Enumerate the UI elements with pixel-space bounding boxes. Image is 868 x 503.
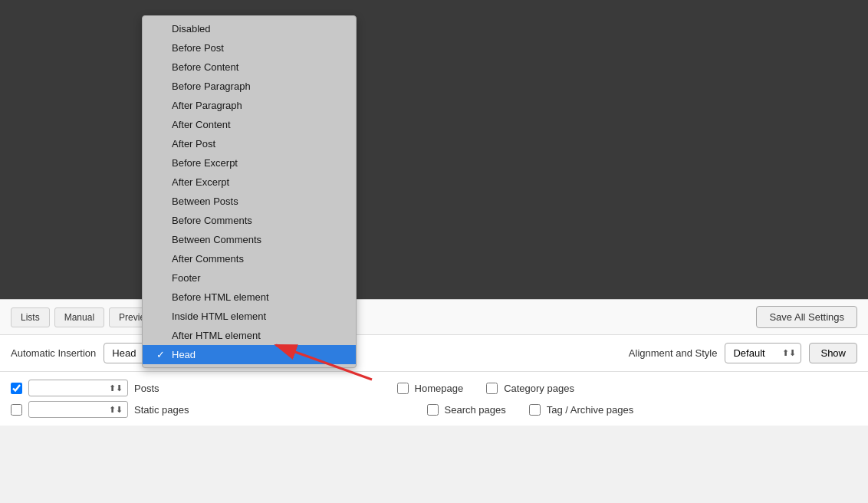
auto-insertion-label: Automatic Insertion [11,347,96,359]
alignment-label: Alignment and Style [629,347,718,359]
tag-archive-label: Tag / Archive pages [547,404,633,416]
tag-archive-item: Tag / Archive pages [529,404,633,416]
dropdown-item-after-paragraph[interactable]: After Paragraph [143,96,356,115]
homepage-item: Homepage [397,383,464,394]
static-pages-checkbox-item: ⬆⬇ Static pages [11,401,189,418]
dropdown-item-before-excerpt[interactable]: Before Excerpt [143,153,356,173]
dropdown-item-before-html[interactable]: Before HTML element [143,288,356,307]
dropdown-item-before-content[interactable]: Before Content [143,58,356,77]
static-pages-checkbox[interactable] [11,404,22,416]
tag-archive-checkbox[interactable] [529,404,541,416]
dark-preview-area: Disabled Before Post Before Content Befo… [0,0,868,299]
search-pages-label: Search pages [445,404,506,416]
category-pages-label: Category pages [504,383,574,394]
alignment-select-wrapper: Default Left Center Right ⬆⬇ [725,343,801,363]
homepage-label: Homepage [415,383,464,394]
lists-button[interactable]: Lists [11,307,50,327]
dropdown-item-disabled[interactable]: Disabled [143,19,356,38]
dropdown-item-after-content[interactable]: After Content [143,115,356,134]
search-pages-item: Search pages [427,404,506,416]
dropdown-item-after-comments[interactable]: After Comments [143,249,356,268]
static-pages-row: ⬆⬇ Static pages Search pages Tag / Archi… [11,401,857,418]
posts-checkbox[interactable] [11,383,22,394]
dropdown-item-before-paragraph[interactable]: Before Paragraph [143,77,356,96]
dropdown-item-after-post[interactable]: After Post [143,134,356,153]
dropdown-item-head[interactable]: ✓Head [143,345,356,364]
category-pages-item: Category pages [486,383,574,394]
save-all-button[interactable]: Save All Settings [756,306,857,328]
posts-row: ⬆⬇ Posts Homepage Category pages [11,380,857,396]
right-checkboxes-row2: Search pages Tag / Archive pages [427,404,634,416]
dropdown-item-before-post[interactable]: Before Post [143,38,356,58]
homepage-checkbox[interactable] [397,383,409,394]
right-checkboxes-row1: Homepage Category pages [397,383,574,394]
manual-button[interactable]: Manual [54,307,104,327]
insertion-dropdown-menu[interactable]: Disabled Before Post Before Content Befo… [142,15,357,368]
dropdown-item-between-posts[interactable]: Between Posts [143,192,356,211]
posts-label: Posts [134,383,159,394]
show-button[interactable]: Show [809,343,857,363]
dropdown-item-after-html[interactable]: After HTML element [143,326,356,345]
auto-insertion-row: Automatic Insertion Head Disabled Before… [0,335,868,372]
dropdown-item-footer[interactable]: Footer [143,268,356,288]
settings-panel: Lists Manual Preview Save All Settings A… [0,299,868,503]
search-pages-checkbox[interactable] [427,404,439,416]
dropdown-item-between-comments[interactable]: Between Comments [143,230,356,249]
posts-position-wrapper: ⬆⬇ [28,380,128,396]
alignment-select[interactable]: Default Left Center Right [725,343,801,363]
static-position-select[interactable] [28,401,128,418]
dropdown-item-inside-html[interactable]: Inside HTML element [143,307,356,326]
posts-position-select[interactable] [28,380,128,396]
posts-checkbox-item: ⬆⬇ Posts [11,380,159,396]
dropdown-item-after-excerpt[interactable]: After Excerpt [143,173,356,192]
category-pages-checkbox[interactable] [486,383,498,394]
static-pages-label: Static pages [134,404,189,416]
dropdown-item-before-comments[interactable]: Before Comments [143,211,356,230]
static-position-wrapper: ⬆⬇ [28,401,128,418]
toolbar: Lists Manual Preview Save All Settings [0,300,868,335]
checkbox-area: ⬆⬇ Posts Homepage Category pages [0,372,868,426]
